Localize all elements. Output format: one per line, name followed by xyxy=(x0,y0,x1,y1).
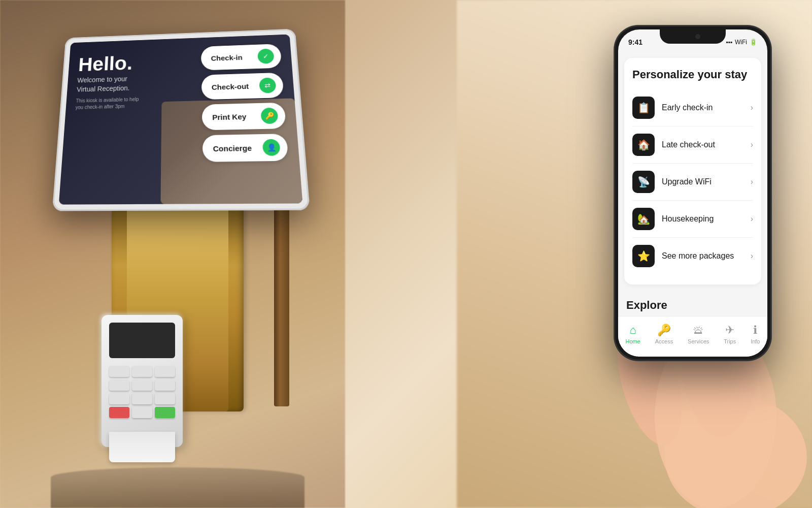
print-key-button[interactable]: Print Key 🔑 xyxy=(202,103,286,131)
packages-icon: ⭐ xyxy=(632,245,655,267)
info-nav-icon: ℹ xyxy=(753,324,757,337)
battery-icon: 🔋 xyxy=(750,39,757,46)
phone-screen: 9:41 ▪▪▪ WiFi 🔋 Personalize your stay 📋 … xyxy=(618,29,767,357)
housekeeping-chevron: › xyxy=(751,214,753,224)
key-0 xyxy=(132,407,152,418)
tablet-hello-section: Hello. Welcome to your Virtual Reception… xyxy=(75,53,140,111)
checkin-button[interactable]: Check-in ✓ xyxy=(201,44,282,70)
trips-nav-label: Trips xyxy=(724,338,736,344)
early-checkin-chevron: › xyxy=(751,103,753,112)
bottom-nav: ⌂ Home 🔑 Access 🛎 Services ✈ Trips ℹ xyxy=(618,316,767,357)
housekeeping-label: Housekeeping xyxy=(662,214,751,224)
concierge-button[interactable]: Concierge 👤 xyxy=(202,134,289,162)
trips-nav-icon: ✈ xyxy=(725,324,734,337)
checkin-icon: ✓ xyxy=(257,49,275,64)
key-green xyxy=(155,407,175,418)
glass-table xyxy=(51,467,304,508)
wifi-upgrade-chevron: › xyxy=(751,177,753,186)
service-item-early-checkin[interactable]: 📋 Early check-in › xyxy=(632,89,753,126)
concierge-icon: 👤 xyxy=(262,139,281,156)
card-reader-body xyxy=(101,315,183,447)
key-3 xyxy=(155,366,175,377)
packages-label: See more packages xyxy=(662,251,751,261)
phone-notch xyxy=(660,29,726,44)
status-icons: ▪▪▪ WiFi 🔋 xyxy=(726,39,757,46)
access-nav-label: Access xyxy=(655,338,673,344)
print-key-label: Print Key xyxy=(212,112,247,121)
phone-content[interactable]: Personalize your stay 📋 Early check-in ›… xyxy=(618,52,767,357)
nav-home[interactable]: ⌂ Home xyxy=(625,324,640,344)
wifi-icon: WiFi xyxy=(735,39,747,46)
service-item-late-checkout[interactable]: 🏠 Late check-out › xyxy=(632,126,753,164)
checkin-label: Check-in xyxy=(211,53,242,62)
personalize-section: Personalize your stay 📋 Early check-in ›… xyxy=(624,58,761,284)
receipt-slot xyxy=(109,432,175,462)
key-7 xyxy=(109,393,129,404)
card-reader xyxy=(101,315,193,457)
service-item-packages[interactable]: ⭐ See more packages › xyxy=(632,238,753,274)
service-item-wifi[interactable]: 📡 Upgrade WiFi › xyxy=(632,164,753,201)
card-reader-keypad xyxy=(109,366,175,418)
concierge-label: Concierge xyxy=(213,143,252,153)
early-checkin-label: Early check-in xyxy=(662,103,751,112)
explore-title: Explore xyxy=(626,299,759,312)
subtitle-text: This kiosk is available to help you chec… xyxy=(75,96,139,111)
key-8 xyxy=(132,393,152,404)
home-nav-label: Home xyxy=(625,338,640,344)
phone-frame: 9:41 ▪▪▪ WiFi 🔋 Personalize your stay 📋 … xyxy=(614,25,771,361)
status-time: 9:41 xyxy=(628,38,642,46)
housekeeping-icon: 🏡 xyxy=(632,208,655,230)
access-nav-icon: 🔑 xyxy=(657,324,671,337)
key-9 xyxy=(155,393,175,404)
home-nav-icon: ⌂ xyxy=(629,324,636,337)
packages-chevron: › xyxy=(751,251,753,261)
nav-services[interactable]: 🛎 Services xyxy=(688,324,709,344)
late-checkout-chevron: › xyxy=(751,140,753,149)
services-nav-label: Services xyxy=(688,338,709,344)
late-checkout-label: Late check-out xyxy=(662,140,751,149)
card-reader-screen xyxy=(109,323,175,358)
personalize-title: Personalize your stay xyxy=(632,68,753,81)
key-4 xyxy=(109,379,129,391)
wifi-upgrade-label: Upgrade WiFi xyxy=(662,177,751,186)
signal-icon: ▪▪▪ xyxy=(726,39,732,46)
nav-access[interactable]: 🔑 Access xyxy=(655,324,673,344)
tablet-screen: Hello. Welcome to your Virtual Reception… xyxy=(59,35,303,205)
late-checkout-icon: 🏠 xyxy=(632,134,655,156)
hello-heading: Hello. xyxy=(78,53,140,74)
key-5 xyxy=(132,379,152,391)
checkout-icon: ⇄ xyxy=(259,78,276,93)
service-item-housekeeping[interactable]: 🏡 Housekeeping › xyxy=(632,201,753,238)
key-6 xyxy=(155,379,175,391)
nav-trips[interactable]: ✈ Trips xyxy=(724,324,736,344)
welcome-text: Welcome to your Virtual Reception. xyxy=(77,74,140,94)
tablet-frame: Hello. Welcome to your Virtual Reception… xyxy=(52,28,310,211)
print-key-icon: 🔑 xyxy=(260,108,278,124)
key-1 xyxy=(109,366,129,377)
info-nav-label: Info xyxy=(751,338,760,344)
services-nav-icon: 🛎 xyxy=(693,324,704,337)
key-2 xyxy=(132,366,152,377)
checkout-button[interactable]: Check-out ⇄ xyxy=(201,73,284,100)
checkout-label: Check-out xyxy=(212,82,249,91)
tablet-button-list: Check-in ✓ Check-out ⇄ Print Key 🔑 Conci… xyxy=(201,44,288,162)
wifi-upgrade-icon: 📡 xyxy=(632,171,655,193)
phone-container: 9:41 ▪▪▪ WiFi 🔋 Personalize your stay 📋 … xyxy=(614,25,787,391)
early-checkin-icon: 📋 xyxy=(632,97,655,119)
front-camera xyxy=(695,34,700,39)
nav-info[interactable]: ℹ Info xyxy=(751,324,760,344)
key-red xyxy=(109,407,129,418)
